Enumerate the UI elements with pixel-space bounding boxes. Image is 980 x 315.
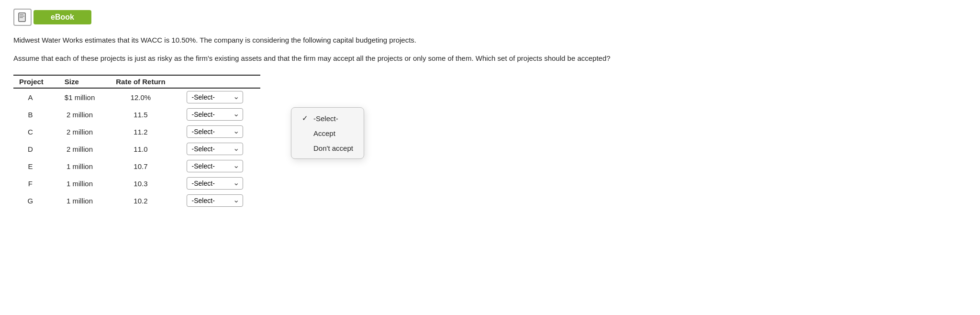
cell-rate-e: 10.7	[112, 158, 182, 175]
popup-item-select[interactable]: ✓ -Select-	[291, 111, 364, 126]
popup-item-accept[interactable]: Accept	[291, 126, 364, 141]
select-e[interactable]: -Select-AcceptDon't accept	[187, 160, 243, 172]
select-b[interactable]: -Select-AcceptDon't accept	[187, 108, 243, 121]
cell-size-e: 1 million	[61, 158, 112, 175]
dropdown-wrapper-g[interactable]: -Select-AcceptDon't accept	[187, 194, 243, 207]
table-header-row: Project Size Rate of Return	[13, 75, 260, 88]
col-header-project: Project	[13, 75, 61, 88]
cell-project-f: F	[13, 175, 61, 192]
cell-size-g: 1 million	[61, 192, 112, 209]
select-a[interactable]: -Select-AcceptDon't accept	[187, 91, 243, 103]
dropdown-wrapper-b[interactable]: -Select-AcceptDon't accept	[187, 108, 243, 121]
cell-decision-d[interactable]: -Select-AcceptDon't accept	[183, 140, 260, 158]
svg-rect-3	[20, 17, 23, 18]
cell-project-g: G	[13, 192, 61, 209]
projects-table: Project Size Rate of Return A$1 million1…	[13, 75, 260, 209]
cell-decision-c[interactable]: -Select-AcceptDon't accept	[183, 123, 260, 140]
cell-rate-d: 11.0	[112, 140, 182, 158]
cell-project-e: E	[13, 158, 61, 175]
dropdown-wrapper-d[interactable]: -Select-AcceptDon't accept	[187, 143, 243, 155]
popup-item-dont-accept[interactable]: Don't accept	[291, 141, 364, 156]
cell-project-d: D	[13, 140, 61, 158]
cell-decision-a[interactable]: -Select-AcceptDon't accept	[183, 88, 260, 106]
table-row: G1 million10.2-Select-AcceptDon't accept	[13, 192, 260, 209]
dropdown-wrapper-e[interactable]: -Select-AcceptDon't accept	[187, 160, 243, 172]
cell-decision-f[interactable]: -Select-AcceptDon't accept	[183, 175, 260, 192]
popup-item-dont-accept-label: Don't accept	[313, 144, 353, 152]
table-row: B2 million11.5-Select-AcceptDon't accept	[13, 106, 260, 123]
dropdown-wrapper-c[interactable]: -Select-AcceptDon't accept	[187, 125, 243, 138]
svg-rect-2	[20, 16, 24, 17]
intro-paragraph: Midwest Water Works estimates that its W…	[13, 34, 683, 46]
col-header-decision	[183, 75, 260, 88]
select-d[interactable]: -Select-AcceptDon't accept	[187, 143, 243, 155]
table-row: C2 million11.2-Select-AcceptDon't accept	[13, 123, 260, 140]
table-row: F1 million10.3-Select-AcceptDon't accept	[13, 175, 260, 192]
cell-size-d: 2 million	[61, 140, 112, 158]
table-row: A$1 million12.0%-Select-AcceptDon't acce…	[13, 88, 260, 106]
popup-item-accept-label: Accept	[313, 129, 335, 137]
cell-rate-c: 11.2	[112, 123, 182, 140]
cell-rate-a: 12.0%	[112, 88, 182, 106]
cell-size-b: 2 million	[61, 106, 112, 123]
table-row: E1 million10.7-Select-AcceptDon't accept	[13, 158, 260, 175]
cell-size-a: $1 million	[61, 88, 112, 106]
select-g[interactable]: -Select-AcceptDon't accept	[187, 194, 243, 207]
cell-project-a: A	[13, 88, 61, 106]
dropdown-wrapper-f[interactable]: -Select-AcceptDon't accept	[187, 177, 243, 190]
ebook-button[interactable]: eBook	[33, 10, 91, 24]
dropdown-wrapper-a[interactable]: -Select-AcceptDon't accept	[187, 91, 243, 103]
dropdown-popup[interactable]: ✓ -Select- Accept Don't accept	[291, 107, 364, 159]
check-icon: ✓	[302, 114, 310, 123]
col-header-rate: Rate of Return	[112, 75, 182, 88]
table-row: D2 million11.0-Select-AcceptDon't accept	[13, 140, 260, 158]
cell-decision-g[interactable]: -Select-AcceptDon't accept	[183, 192, 260, 209]
select-f[interactable]: -Select-AcceptDon't accept	[187, 177, 243, 190]
popup-item-select-label: -Select-	[313, 114, 338, 123]
table-section: Project Size Rate of Return A$1 million1…	[13, 75, 967, 209]
cell-size-f: 1 million	[61, 175, 112, 192]
ebook-icon	[13, 9, 32, 26]
cell-rate-b: 11.5	[112, 106, 182, 123]
cell-rate-g: 10.2	[112, 192, 182, 209]
cell-decision-e[interactable]: -Select-AcceptDon't accept	[183, 158, 260, 175]
cell-size-c: 2 million	[61, 123, 112, 140]
ebook-bar: eBook	[13, 9, 967, 26]
svg-rect-1	[20, 14, 23, 15]
cell-project-c: C	[13, 123, 61, 140]
col-header-size: Size	[61, 75, 112, 88]
select-c[interactable]: -Select-AcceptDon't accept	[187, 125, 243, 138]
cell-rate-f: 10.3	[112, 175, 182, 192]
cell-decision-b[interactable]: -Select-AcceptDon't accept	[183, 106, 260, 123]
cell-project-b: B	[13, 106, 61, 123]
question-paragraph: Assume that each of these projects is ju…	[13, 53, 683, 64]
